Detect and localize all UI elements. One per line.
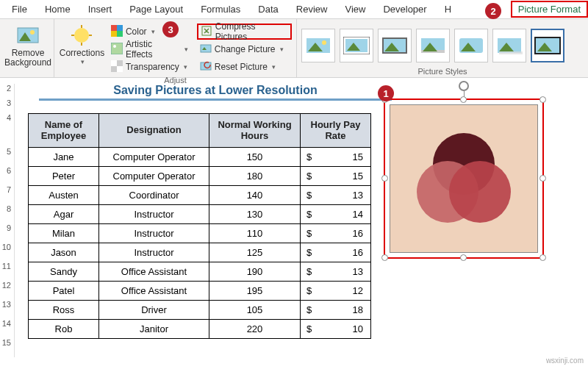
tab-developer[interactable]: Developer (374, 1, 435, 18)
resize-handle[interactable] (539, 254, 546, 261)
row-header[interactable]: 5 (0, 147, 15, 166)
corrections-button[interactable]: Corrections ▾ (59, 22, 105, 65)
artistic-effects-button[interactable]: Artistic Effects▾ (108, 41, 191, 57)
row-header[interactable]: 8 (0, 204, 15, 223)
cell[interactable]: 195 (209, 282, 301, 301)
change-picture-button[interactable]: Change Picture▾ (197, 41, 292, 57)
row-header[interactable]: 3 (0, 98, 15, 113)
compress-pictures-button[interactable]: Compress Pictures (197, 24, 292, 40)
style-thumb-5[interactable] (454, 29, 488, 62)
cell[interactable]: Rob (29, 320, 99, 339)
cell[interactable]: Austen (29, 186, 99, 205)
cell[interactable]: Milan (29, 224, 99, 243)
style-thumb-6[interactable] (492, 29, 526, 62)
resize-handle[interactable] (539, 175, 546, 182)
resize-handle[interactable] (381, 175, 388, 182)
cell[interactable]: Sandy (29, 262, 99, 282)
cell[interactable]: 180 (209, 167, 301, 186)
tab-file[interactable]: File (3, 1, 36, 18)
tab-view[interactable]: View (336, 1, 374, 18)
row-header[interactable]: 13 (0, 300, 15, 319)
cell[interactable]: Jane (29, 148, 99, 167)
cell[interactable]: Computer Operator (99, 167, 209, 186)
style-thumb-2[interactable] (340, 29, 373, 62)
cell[interactable]: Ross (29, 301, 99, 320)
row-header[interactable]: 10 (0, 243, 15, 262)
cell[interactable]: 15 (301, 148, 371, 167)
table-row: JasonInstructor12516 (29, 243, 371, 262)
cell[interactable]: 16 (301, 243, 371, 262)
table-row: RobJanitor22010 (29, 320, 371, 339)
cell[interactable]: 105 (209, 301, 301, 320)
cell[interactable]: Coordinator (99, 186, 209, 205)
row-header[interactable]: 2 (0, 84, 15, 98)
resize-handle[interactable] (381, 254, 388, 261)
row-header[interactable]: 14 (0, 319, 15, 338)
tab-picture-format[interactable]: Picture Format (511, 1, 588, 18)
cell[interactable]: Patel (29, 282, 99, 301)
table-row: SandyOffice Assistant19013 (29, 262, 371, 282)
col-rate[interactable]: Hourly Pay Rate (301, 114, 371, 148)
style-thumb-7[interactable] (531, 29, 564, 62)
rotate-handle[interactable] (459, 81, 469, 91)
style-thumb-3[interactable] (378, 29, 412, 62)
tab-formulas[interactable]: Formulas (192, 1, 249, 18)
tab-page-layout[interactable]: Page Layout (121, 1, 192, 18)
cell[interactable]: 130 (209, 205, 301, 224)
cell[interactable]: Office Assistant (99, 282, 209, 301)
svg-rect-16 (117, 66, 123, 72)
remove-background-button[interactable]: Remove Background (4, 22, 51, 67)
style-thumb-4[interactable] (416, 29, 450, 62)
cell[interactable]: 16 (301, 224, 371, 243)
cell[interactable]: 220 (209, 320, 301, 339)
tab-data[interactable]: Data (249, 1, 287, 18)
row-header[interactable]: 9 (0, 223, 15, 243)
cell[interactable]: 190 (209, 262, 301, 282)
cell[interactable]: 150 (209, 148, 301, 167)
row-header[interactable]: 6 (0, 166, 15, 185)
row-header[interactable]: 12 (0, 281, 15, 300)
col-hours[interactable]: Normal Working Hours (209, 114, 301, 148)
transparency-button[interactable]: Transparency▾ (108, 59, 191, 75)
tab-help[interactable]: H (436, 1, 460, 18)
col-designation[interactable]: Designation (99, 114, 209, 148)
cell[interactable]: 14 (301, 205, 371, 224)
cell[interactable]: Janitor (99, 320, 209, 339)
cell[interactable]: Computer Operator (99, 148, 209, 167)
resize-handle[interactable] (460, 254, 467, 261)
reset-picture-button[interactable]: Reset Picture▾ (197, 59, 292, 75)
picture-styles-gallery[interactable] (301, 22, 584, 66)
cell[interactable]: 13 (301, 262, 371, 282)
row-header[interactable]: 4 (0, 113, 15, 147)
cell[interactable]: 10 (301, 320, 371, 339)
style-thumb-1[interactable] (301, 29, 335, 62)
cell[interactable]: Jason (29, 243, 99, 262)
tab-review[interactable]: Review (287, 1, 337, 18)
row-header[interactable]: 15 (0, 338, 15, 357)
resize-handle[interactable] (460, 96, 467, 103)
cell[interactable]: 140 (209, 186, 301, 205)
cell[interactable]: Instructor (99, 224, 209, 243)
tab-home[interactable]: Home (36, 1, 79, 18)
row-header[interactable]: 11 (0, 262, 15, 281)
tab-insert[interactable]: Insert (79, 1, 121, 18)
cell[interactable]: 12 (301, 282, 371, 301)
artistic-icon (111, 43, 123, 57)
row-header[interactable]: 7 (0, 185, 15, 204)
resize-handle[interactable] (539, 96, 546, 103)
cell[interactable]: Agar (29, 205, 99, 224)
cell[interactable]: Instructor (99, 205, 209, 224)
cell[interactable]: 110 (209, 224, 301, 243)
cell[interactable]: Office Assistant (99, 262, 209, 282)
cell[interactable]: Instructor (99, 243, 209, 262)
cell[interactable]: 125 (209, 243, 301, 262)
cell[interactable]: Driver (99, 301, 209, 320)
col-name[interactable]: Name of Employee (29, 114, 99, 148)
selected-picture[interactable] (384, 98, 544, 259)
cell[interactable]: 18 (301, 301, 371, 320)
cell[interactable]: Peter (29, 167, 99, 186)
cell[interactable]: 13 (301, 186, 371, 205)
page-title: Saving Pictures at Lower Resolution (39, 84, 392, 101)
color-button[interactable]: Color▾ (108, 24, 191, 40)
cell[interactable]: 15 (301, 167, 371, 186)
